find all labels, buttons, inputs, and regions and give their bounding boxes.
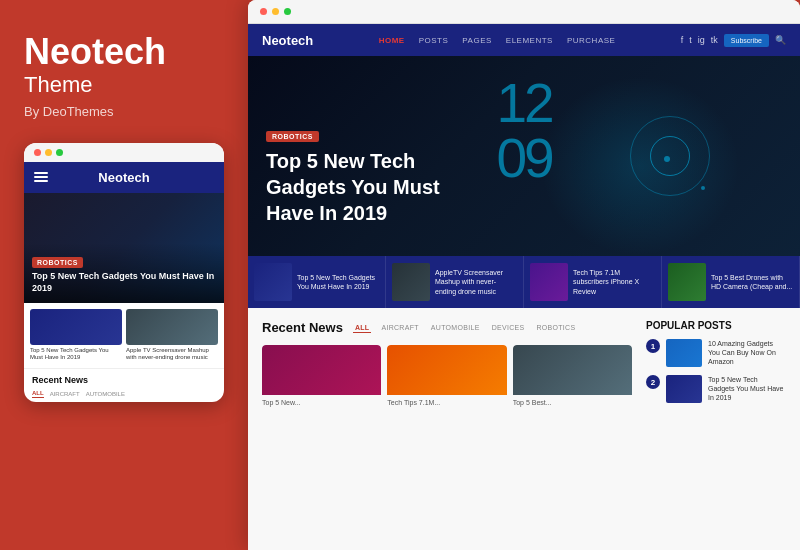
nav-pages[interactable]: PAGES	[462, 36, 491, 45]
hero-section: 1209 ROBOTICS Top 5 New Tech Gadgets You…	[248, 56, 800, 256]
strip-item-2[interactable]: AppleTV Screensaver Mashup with never-en…	[386, 256, 524, 308]
news-card-2[interactable]: Tech Tips 7.1M...	[387, 345, 506, 407]
mobile-thumb-text-1: Top 5 New Tech Gadgets You Must Have In …	[30, 347, 122, 363]
search-icon[interactable]: 🔍	[775, 35, 786, 45]
mobile-tab-automobile[interactable]: AUTOMOBILE	[86, 390, 125, 398]
dot-green	[56, 149, 63, 156]
popular-posts-title: POPULAR POSTS	[646, 320, 786, 331]
news-card-label-2: Tech Tips 7.1M...	[387, 398, 506, 407]
mobile-nav-title: Neotech	[98, 170, 149, 185]
dot-yellow	[45, 149, 52, 156]
recent-news-section: Recent News ALL AIRCRAFT AUTOMOBILE DEVI…	[262, 320, 632, 542]
nav-purchase[interactable]: PURCHASE	[567, 36, 615, 45]
twitter-icon[interactable]: t	[689, 35, 692, 45]
mobile-tab-aircraft[interactable]: AIRCRAFT	[50, 390, 80, 398]
brand-title: Neotech	[24, 32, 224, 72]
popular-num-2: 2	[646, 375, 660, 389]
popular-thumb-1	[666, 339, 702, 367]
tech-dot-1	[664, 156, 670, 162]
mobile-hero: ROBOTICS Top 5 New Tech Gadgets You Must…	[24, 193, 224, 303]
popular-num-1: 1	[646, 339, 660, 353]
mobile-thumb-img-1	[30, 309, 122, 345]
popular-item-1[interactable]: 1 10 Amazing Gadgets You Can Buy Now On …	[646, 339, 786, 367]
hero-digits: 1209	[496, 76, 551, 186]
strip-text-3: Tech Tips 7.1M subscribers iPhone X Revi…	[573, 268, 655, 295]
filter-tab-all[interactable]: ALL	[353, 323, 372, 333]
mobile-filter-tabs: ALL AIRCRAFT AUTOMOBILE	[32, 389, 216, 398]
strip-thumb-4	[668, 263, 706, 301]
tech-dot-2	[701, 186, 705, 190]
popular-text-1: 10 Amazing Gadgets You Can Buy Now On Am…	[708, 339, 786, 366]
site-logo: Neotech	[262, 33, 313, 48]
mobile-recent-section: Recent News ALL AIRCRAFT AUTOMOBILE	[24, 368, 224, 402]
browser-top-bar	[248, 0, 800, 24]
mobile-nav: Neotech	[24, 162, 224, 193]
mobile-mockup: Neotech ROBOTICS Top 5 New Tech Gadgets …	[24, 143, 224, 403]
section-header: Recent News ALL AIRCRAFT AUTOMOBILE DEVI…	[262, 320, 632, 335]
news-grid: Top 5 New... Tech Tips 7.1M... Top 5 Bes…	[262, 345, 632, 407]
brand-subtitle: Theme	[24, 72, 224, 98]
nav-posts[interactable]: POSTS	[419, 36, 449, 45]
popular-item-2[interactable]: 2 Top 5 New Tech Gadgets You Must Have I…	[646, 375, 786, 403]
mobile-hero-overlay: ROBOTICS Top 5 New Tech Gadgets You Must…	[24, 243, 224, 302]
left-panel: Neotech Theme By DeoThemes Neotech ROBOT…	[0, 0, 248, 550]
strip-item-1[interactable]: Top 5 New Tech Gadgets You Must Have In …	[248, 256, 386, 308]
filter-tab-robotics[interactable]: ROBOTICS	[534, 323, 577, 332]
mobile-recent-title: Recent News	[32, 375, 216, 385]
filter-tab-aircraft[interactable]: AIRCRAFT	[379, 323, 420, 332]
news-card-img-3	[513, 345, 632, 395]
hero-content: ROBOTICS Top 5 New Tech Gadgets You Must…	[266, 125, 466, 226]
browser-dot-yellow	[272, 8, 279, 15]
site-nav-links: HOME POSTS PAGES ELEMENTS PURCHASE	[379, 36, 616, 45]
filter-tab-devices[interactable]: DEVICES	[490, 323, 527, 332]
hamburger-icon[interactable]	[34, 172, 48, 182]
strip-text-4: Top 5 Best Drones with HD Camera (Cheap …	[711, 273, 793, 291]
site-nav: Neotech HOME POSTS PAGES ELEMENTS PURCHA…	[248, 24, 800, 56]
strip-text-1: Top 5 New Tech Gadgets You Must Have In …	[297, 273, 379, 291]
news-card-3[interactable]: Top 5 Best...	[513, 345, 632, 407]
facebook-icon[interactable]: f	[681, 35, 684, 45]
strip-text-2: AppleTV Screensaver Mashup with never-en…	[435, 268, 517, 295]
dot-red	[34, 149, 41, 156]
tiktok-icon[interactable]: tk	[711, 35, 718, 45]
mobile-tab-all[interactable]: ALL	[32, 389, 44, 398]
nav-right: f t ig tk Subscribe 🔍	[681, 34, 786, 47]
content-area: Recent News ALL AIRCRAFT AUTOMOBILE DEVI…	[248, 308, 800, 550]
nav-elements[interactable]: ELEMENTS	[506, 36, 553, 45]
popular-thumb-2	[666, 375, 702, 403]
filter-tabs: ALL AIRCRAFT AUTOMOBILE DEVICES ROBOTICS	[353, 323, 578, 333]
browser-dot-green	[284, 8, 291, 15]
thumbnail-strip: Top 5 New Tech Gadgets You Must Have In …	[248, 256, 800, 308]
strip-thumb-2	[392, 263, 430, 301]
strip-thumb-3	[530, 263, 568, 301]
mobile-hero-title: Top 5 New Tech Gadgets You Must Have In …	[32, 271, 216, 294]
mobile-thumb-img-2	[126, 309, 218, 345]
strip-item-4[interactable]: Top 5 Best Drones with HD Camera (Cheap …	[662, 256, 800, 308]
tech-circle-2	[650, 136, 690, 176]
browser-dot-red	[260, 8, 267, 15]
mobile-thumb-2: Apple TV Screensaver Mashup with never-e…	[126, 309, 218, 363]
news-card-1[interactable]: Top 5 New...	[262, 345, 381, 407]
strip-thumb-1	[254, 263, 292, 301]
section-title: Recent News	[262, 320, 343, 335]
strip-item-3[interactable]: Tech Tips 7.1M subscribers iPhone X Revi…	[524, 256, 662, 308]
news-card-img-1	[262, 345, 381, 395]
popular-text-2: Top 5 New Tech Gadgets You Must Have In …	[708, 375, 786, 402]
news-card-label-1: Top 5 New...	[262, 398, 381, 407]
mobile-top-bar	[24, 143, 224, 162]
mobile-thumb-text-2: Apple TV Screensaver Mashup with never-e…	[126, 347, 218, 363]
mobile-thumbnails: Top 5 New Tech Gadgets You Must Have In …	[24, 303, 224, 369]
news-card-label-3: Top 5 Best...	[513, 398, 632, 407]
hero-title: Top 5 New Tech Gadgets You Must Have In …	[266, 148, 466, 226]
popular-posts: POPULAR POSTS 1 10 Amazing Gadgets You C…	[646, 320, 786, 542]
mobile-hero-badge: ROBOTICS	[32, 257, 83, 268]
brand-by: By DeoThemes	[24, 104, 224, 119]
instagram-icon[interactable]: ig	[698, 35, 705, 45]
browser-mockup: Neotech HOME POSTS PAGES ELEMENTS PURCHA…	[248, 0, 800, 550]
hero-badge: ROBOTICS	[266, 131, 319, 142]
mobile-thumb-1: Top 5 New Tech Gadgets You Must Have In …	[30, 309, 122, 363]
filter-tab-automobile[interactable]: AUTOMOBILE	[429, 323, 482, 332]
news-card-img-2	[387, 345, 506, 395]
subscribe-button[interactable]: Subscribe	[724, 34, 769, 47]
nav-home[interactable]: HOME	[379, 36, 405, 45]
